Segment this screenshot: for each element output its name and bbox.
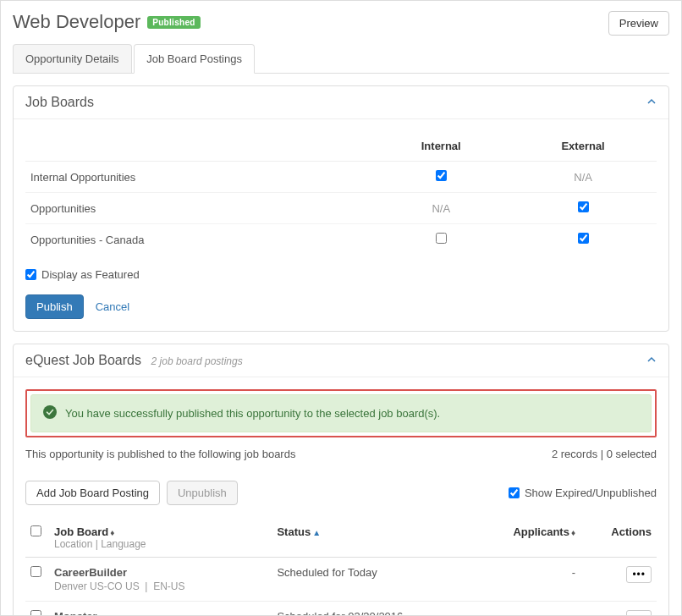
check-circle-icon	[43, 405, 57, 421]
external-checkbox[interactable]	[578, 233, 589, 244]
collapse-icon[interactable]	[646, 355, 657, 367]
tab-opportunity-details[interactable]: Opportunity Details	[13, 44, 132, 73]
page-header: Web Developer Published Preview	[13, 11, 669, 36]
col-external: External	[509, 131, 657, 162]
tab-job-board-postings[interactable]: Job Board Postings	[134, 44, 255, 74]
row-checkbox[interactable]	[30, 566, 41, 577]
table-row: Internal Opportunities N/A	[25, 162, 657, 193]
col-internal: Internal	[372, 131, 509, 162]
row-checkbox[interactable]	[30, 610, 41, 616]
page-title: Web Developer	[13, 11, 140, 33]
preview-button[interactable]: Preview	[608, 11, 669, 36]
sort-icon: ♦	[571, 528, 575, 537]
alert-highlight: You have successfully published this opp…	[25, 389, 657, 437]
display-featured-checkbox[interactable]	[25, 269, 36, 280]
job-boards-table: Internal External Internal Opportunities…	[25, 131, 657, 255]
row-name: Internal Opportunities	[25, 162, 372, 193]
records-text: 2 records | 0 selected	[552, 448, 657, 460]
col-job-board-sub: Location | Language	[54, 538, 267, 555]
na-label: N/A	[574, 171, 592, 184]
sort-icon: ♦	[110, 528, 114, 537]
add-job-board-button[interactable]: Add Job Board Posting	[25, 481, 160, 505]
internal-checkbox[interactable]	[436, 233, 447, 244]
success-alert: You have successfully published this opp…	[30, 394, 652, 432]
cancel-link[interactable]: Cancel	[96, 300, 129, 313]
col-applicants[interactable]: Applicants♦	[487, 519, 580, 558]
sort-asc-icon: ▲	[312, 528, 321, 537]
col-job-board[interactable]: Job Board♦ Location | Language	[49, 519, 272, 558]
col-actions: Actions	[580, 519, 657, 558]
posting-status: Scheduled for Today	[272, 558, 487, 602]
posting-name: CareerBuilder	[54, 566, 267, 579]
equest-panel: eQuest Job Boards 2 job board postings Y…	[13, 344, 669, 616]
postings-table: Job Board♦ Location | Language Status▲ A…	[25, 519, 657, 616]
select-all-checkbox[interactable]	[30, 525, 41, 536]
collapse-icon[interactable]	[646, 96, 657, 109]
show-expired-checkbox[interactable]	[509, 487, 520, 498]
table-row: Opportunities N/A	[25, 193, 657, 224]
status-badge: Published	[147, 16, 200, 29]
svg-point-0	[43, 405, 57, 419]
job-boards-title: Job Boards	[25, 95, 94, 110]
posting-meta: Denver US-CO US | EN-US	[54, 580, 267, 592]
job-boards-panel: Job Boards Internal External Internal Op…	[13, 85, 669, 332]
posting-name: Monster	[54, 610, 267, 616]
row-name: Opportunities	[25, 193, 372, 224]
equest-title: eQuest Job Boards	[25, 353, 141, 367]
internal-checkbox[interactable]	[436, 170, 447, 181]
tabs: Opportunity Details Job Board Postings	[13, 44, 669, 74]
unpublish-button[interactable]: Unpublish	[167, 481, 238, 505]
table-row: CareerBuilder Denver US-CO US | EN-US Sc…	[25, 558, 657, 602]
publish-button[interactable]: Publish	[25, 294, 84, 319]
show-expired-label: Show Expired/Unpublished	[525, 487, 657, 499]
row-actions-button[interactable]: •••	[626, 610, 652, 616]
external-checkbox[interactable]	[578, 201, 589, 212]
row-actions-button[interactable]: •••	[626, 566, 652, 583]
equest-subtitle: 2 job board postings	[151, 355, 243, 367]
na-label: N/A	[432, 202, 450, 215]
posting-status: Scheduled for 03/30/2016	[272, 602, 487, 617]
alert-message: You have successfully published this opp…	[65, 407, 440, 420]
display-featured-label: Display as Featured	[41, 268, 140, 281]
col-status[interactable]: Status▲	[272, 519, 487, 558]
row-name: Opportunities - Canada	[25, 224, 372, 256]
posting-applicants: -	[487, 558, 580, 602]
table-row: Monster Denver US-CO US | EN-US Schedule…	[25, 602, 657, 617]
posting-applicants: -	[487, 602, 580, 617]
published-text: This opportunity is published to the fol…	[25, 448, 295, 460]
table-row: Opportunities - Canada	[25, 224, 657, 256]
